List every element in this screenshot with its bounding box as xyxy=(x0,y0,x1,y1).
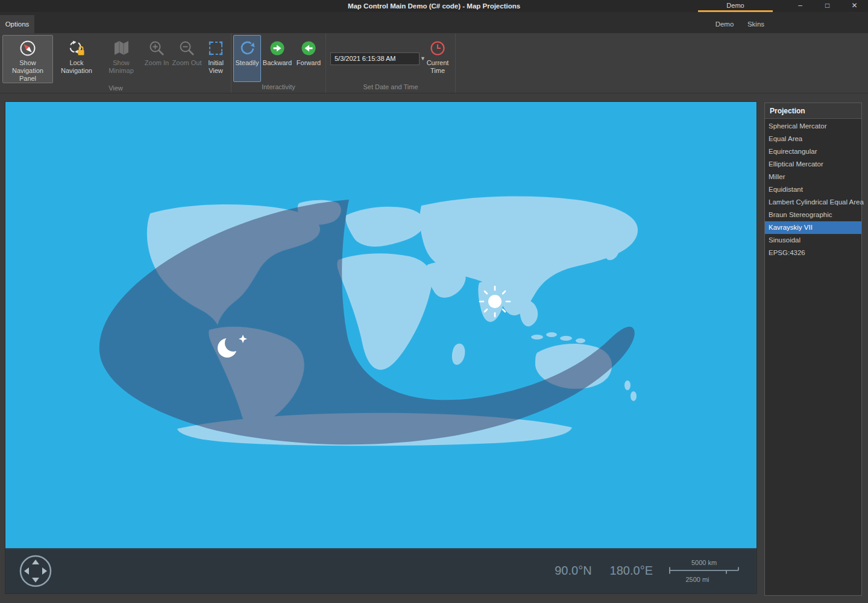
projection-item-equirectangular[interactable]: Equirectangular xyxy=(765,145,861,158)
group-label-set-date-time: Set Date and Time xyxy=(326,82,455,93)
button-label: Steadily xyxy=(235,59,259,67)
forward-icon xyxy=(300,39,318,57)
show-minimap-button[interactable]: Show Minimap xyxy=(100,35,142,83)
tab-skins[interactable]: Skins xyxy=(740,15,772,33)
button-label: Zoom Out xyxy=(172,59,202,67)
lock-navigation-icon xyxy=(68,39,86,57)
backward-button[interactable]: Backward xyxy=(261,35,294,82)
button-label: Initial View xyxy=(203,59,228,75)
button-label: Show Navigation Panel xyxy=(3,59,52,83)
latitude-value: 90.0°N xyxy=(555,564,591,578)
projection-item-spherical-mercator[interactable]: Spherical Mercator xyxy=(765,120,861,133)
button-label: Show Minimap xyxy=(101,59,142,75)
zoom-out-button[interactable]: Zoom Out xyxy=(171,35,203,83)
button-label: Lock Navigation xyxy=(54,59,99,75)
scale-mi-label: 2500 mi xyxy=(668,576,726,583)
projection-item-lambert-cylindrical[interactable]: Lambert Cylindrical Equal Area xyxy=(765,196,861,209)
map-canvas[interactable]: 90.0°N 180.0°E 5000 km 2500 mi xyxy=(5,101,757,594)
zoom-in-icon xyxy=(148,39,166,57)
compass-icon xyxy=(19,39,37,57)
projection-panel-title: Projection xyxy=(765,103,861,119)
projection-list: Spherical Mercator Equal Area Equirectan… xyxy=(765,119,861,595)
ribbon-group-interactivity: Steadily Backward Forward Interactivit xyxy=(231,33,326,93)
datetime-editor[interactable]: ▼ xyxy=(330,52,420,65)
close-button[interactable]: ✕ xyxy=(841,0,868,12)
forward-button[interactable]: Forward xyxy=(294,35,324,82)
demo-context-category[interactable]: Demo xyxy=(698,0,773,12)
initial-view-button[interactable]: Initial View xyxy=(203,35,229,83)
scale-ruler-icon xyxy=(668,567,740,574)
map-navigation-pad[interactable] xyxy=(17,553,54,589)
show-navigation-panel-button[interactable]: Show Navigation Panel xyxy=(2,35,53,83)
lock-navigation-button[interactable]: Lock Navigation xyxy=(53,35,100,83)
current-time-button[interactable]: Current Time xyxy=(422,35,453,82)
projection-item-epsg-4326[interactable]: EPSG:4326 xyxy=(765,247,861,259)
ribbon-tab-row: Options Demo Skins xyxy=(0,12,868,33)
projection-item-kavrayskiy-vii[interactable]: Kavrayskiy VII xyxy=(765,221,861,234)
initial-view-icon xyxy=(207,39,225,57)
projection-item-braun-stereographic[interactable]: Braun Stereographic xyxy=(765,209,861,221)
tab-demo[interactable]: Demo xyxy=(709,15,740,33)
zoom-out-icon xyxy=(178,39,196,57)
projection-item-miller[interactable]: Miller xyxy=(765,171,861,183)
tab-options[interactable]: Options xyxy=(0,15,34,33)
datetime-input[interactable] xyxy=(331,55,420,62)
projection-item-elliptical-mercator[interactable]: Elliptical Mercator xyxy=(765,158,861,171)
ribbon-group-set-date-time: ▼ Current Time Set Date and Time xyxy=(326,33,456,93)
group-label-view: View xyxy=(1,83,231,93)
button-label: Forward xyxy=(297,59,321,67)
projection-item-sinusoidal[interactable]: Sinusoidal xyxy=(765,234,861,247)
world-map xyxy=(5,102,757,549)
ribbon: Show Navigation Panel Lock Navigation Sh… xyxy=(0,33,868,93)
maximize-button[interactable]: □ xyxy=(814,0,841,12)
button-label: Current Time xyxy=(423,59,453,75)
button-label: Backward xyxy=(263,59,292,67)
group-label-interactivity: Interactivity xyxy=(231,82,326,93)
map-scale: 5000 km 2500 mi xyxy=(668,559,740,583)
ribbon-group-view: Show Navigation Panel Lock Navigation Sh… xyxy=(1,33,231,93)
projection-item-equal-area[interactable]: Equal Area xyxy=(765,133,861,145)
scale-km-label: 5000 km xyxy=(668,559,740,566)
projection-panel: Projection Spherical Mercator Equal Area… xyxy=(764,103,862,596)
button-label: Zoom In xyxy=(145,59,169,67)
minimize-button[interactable]: – xyxy=(787,0,814,12)
window-controls: – □ ✕ xyxy=(787,0,868,12)
map-coordinates: 90.0°N 180.0°E xyxy=(555,564,653,578)
zoom-in-button[interactable]: Zoom In xyxy=(142,35,171,83)
map-status-bar: 90.0°N 180.0°E 5000 km 2500 mi xyxy=(5,548,756,593)
rotate-icon xyxy=(238,39,256,57)
clock-icon xyxy=(429,39,447,57)
titlebar: Map Control Main Demo (C# code) - Map Pr… xyxy=(0,0,868,12)
backward-icon xyxy=(268,39,286,57)
longitude-value: 180.0°E xyxy=(610,564,653,578)
steadily-button[interactable]: Steadily xyxy=(233,35,261,82)
minimap-icon xyxy=(112,39,130,57)
projection-item-equidistant[interactable]: Equidistant xyxy=(765,183,861,196)
